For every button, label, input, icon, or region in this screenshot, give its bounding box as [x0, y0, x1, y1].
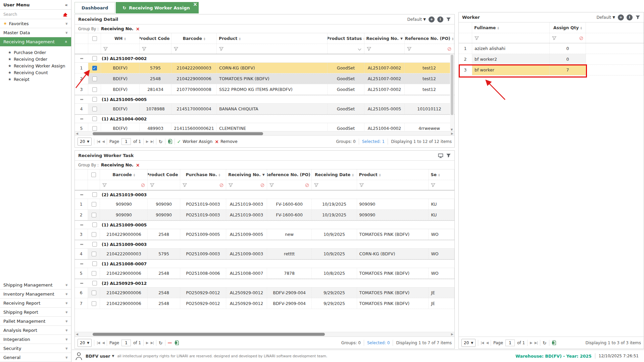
excel-export-icon[interactable]: x [552, 340, 556, 345]
filter-cell-receiving-no[interactable] [364, 44, 405, 54]
row-checkbox[interactable] [92, 271, 96, 276]
scroll-right-icon[interactable]: ▶ [451, 332, 453, 336]
scrollbar-thumb[interactable] [93, 132, 263, 135]
row-checkbox[interactable] [92, 126, 97, 131]
group-checkbox[interactable] [92, 222, 97, 227]
column-header-product-code[interactable]: Product Code▲▼ [148, 169, 180, 180]
group-row[interactable]: (1) AL251004-0002 [75, 114, 454, 123]
filter-cell-reference-no-po[interactable] [405, 44, 454, 54]
last-page-button[interactable]: ▶| [151, 140, 154, 143]
table-row[interactable]: 621042290000062548PO250929-0012AL250929-… [75, 288, 454, 298]
filter-icon[interactable] [446, 153, 451, 158]
page-input[interactable] [505, 340, 515, 346]
group-row[interactable]: (1) AL251009-0005 [75, 220, 454, 229]
page-size-select[interactable]: 20▼ [461, 339, 476, 347]
sidebar-group-integeration[interactable]: Integeration« [0, 335, 71, 344]
table-row[interactable]: 2bf worker20 [459, 54, 644, 65]
column-header-assign-qty[interactable]: Assign Qty▲▼ [550, 22, 586, 33]
sidebar-item-receiving-count[interactable]: ★Receiving Count [0, 69, 71, 76]
page-input[interactable] [121, 340, 131, 346]
column-header-se[interactable]: Se▲▼ [429, 169, 455, 180]
row-checkbox[interactable] [92, 213, 96, 217]
sidebar-group-analysis-report[interactable]: Analysis Report« [0, 326, 71, 335]
table-row[interactable]: 3BD(FV)2814342107709000008SS22 PROMO KG … [75, 84, 454, 95]
filter-funnel-icon[interactable] [407, 47, 411, 51]
filter-cell-barcode[interactable] [100, 180, 148, 190]
collapse-icon[interactable] [80, 224, 83, 225]
row-checkbox[interactable] [92, 87, 97, 92]
collapse-icon[interactable] [80, 99, 83, 100]
group-checkbox[interactable] [92, 281, 97, 286]
next-page-button[interactable]: ▶ [146, 341, 148, 345]
filter-icon[interactable] [635, 15, 640, 20]
sort-desc-icon[interactable]: ▼ [400, 37, 403, 40]
first-page-button[interactable]: |◀ [97, 341, 100, 345]
select-all-checkbox[interactable] [92, 36, 97, 41]
sidebar-group-receiving-management[interactable]: Receiving Management « [0, 37, 71, 46]
info-icon[interactable]: i [627, 14, 633, 20]
prev-page-button[interactable]: ◀ [102, 341, 104, 345]
group-checkbox[interactable] [92, 192, 97, 197]
column-header-reference-no-po[interactable]: Reference No. (PO)▲▼ [267, 169, 312, 180]
group-row[interactable]: (3) AL251007-0002 [75, 54, 454, 63]
filter-funnel-icon[interactable] [219, 47, 224, 51]
sidebar-item-receiving-order[interactable]: ★Receiving Order [0, 56, 71, 62]
collapse-icon[interactable] [80, 263, 83, 264]
filter-clear-icon[interactable] [447, 47, 451, 51]
last-page-button[interactable]: ▶| [535, 341, 538, 345]
group-checkbox[interactable] [92, 116, 97, 121]
column-header-purchase-no[interactable]: Purchase No.▲▼ [180, 169, 226, 180]
next-page-button[interactable]: ▶ [146, 140, 148, 143]
filter-clear-icon[interactable] [219, 183, 224, 187]
filter-cell-reference-no-po[interactable] [267, 180, 312, 190]
close-icon[interactable]: × [193, 1, 197, 7]
table-row[interactable]: 321042290000062548PO251009-0005AL251009-… [75, 229, 454, 240]
collapse-icon[interactable] [80, 194, 83, 195]
collapse-icon[interactable] [80, 58, 83, 59]
user-menu-button[interactable]: BDFV user▼ [86, 354, 114, 359]
filter-funnel-icon[interactable] [174, 47, 178, 51]
table-row[interactable]: 721042290000062548PO250929-0012AL250929-… [75, 298, 454, 309]
collapse-sidebar-icon[interactable]: « [65, 2, 68, 7]
group-row[interactable]: (2) AL251019-0003 [75, 190, 454, 199]
search-input[interactable] [3, 12, 60, 17]
group-checkbox[interactable] [92, 242, 97, 247]
table-row[interactable]: 1909090909090PO251019-0003AL251019-0003F… [75, 199, 454, 210]
collapse-icon[interactable] [80, 283, 83, 284]
filter-clear-icon[interactable] [579, 36, 583, 40]
column-header-product-status[interactable]: Product Status▲▼ [328, 33, 364, 44]
filter-cell-barcode[interactable] [171, 44, 217, 54]
group-checkbox[interactable] [92, 97, 97, 102]
scroll-down-icon[interactable]: ▼ [451, 128, 453, 131]
sort-icon[interactable]: ▲▼ [379, 173, 381, 176]
remove-group-by-icon[interactable]: × [136, 27, 140, 31]
column-header-receiving-date[interactable]: Receiving Date▲▼ [312, 169, 357, 180]
sidebar-group-inventory-management[interactable]: Inventory Management« [0, 290, 71, 299]
select-all-checkbox[interactable] [91, 172, 96, 177]
table-row[interactable]: 3bf worker7 [459, 65, 644, 75]
column-header-wh[interactable]: WH▲▼ [101, 33, 140, 44]
excel-export-icon[interactable]: x [175, 340, 179, 345]
sidebar-group-pallet-management[interactable]: Pallet Management« [0, 317, 71, 326]
sort-desc-icon[interactable]: ▼ [262, 173, 265, 176]
column-header-barcode[interactable]: Barcode▲▼ [171, 33, 217, 44]
filter-funnel-icon[interactable] [475, 36, 479, 40]
filter-funnel-icon[interactable] [552, 36, 556, 40]
group-row[interactable]: (1) AL251005-0005 [75, 95, 454, 104]
first-page-button[interactable]: |◀ [97, 140, 100, 143]
view-selector[interactable]: Default▼ [596, 15, 615, 20]
group-row[interactable]: (1) AL251008-0007 [75, 259, 454, 268]
filter-clear-icon[interactable] [141, 183, 145, 187]
last-page-button[interactable]: ▶| [151, 341, 154, 345]
prev-page-button[interactable]: ◀ [486, 341, 488, 345]
sidebar-group-shipping-management[interactable]: Shipping Management« [0, 280, 71, 290]
add-icon[interactable]: + [429, 16, 435, 22]
sort-icon[interactable]: ▲▼ [134, 173, 135, 176]
sidebar-group-security[interactable]: Security« [0, 344, 71, 353]
filter-clear-icon[interactable] [260, 183, 264, 187]
scroll-right-icon[interactable]: ▶ [451, 132, 453, 135]
column-header-reference-no-po[interactable]: Reference No. (PO)▲▼ [405, 33, 454, 44]
collapse-icon[interactable] [80, 118, 83, 119]
page-size-select[interactable]: 20▼ [78, 339, 92, 347]
sidebar-group-master-data[interactable]: Master Data « [0, 28, 71, 37]
